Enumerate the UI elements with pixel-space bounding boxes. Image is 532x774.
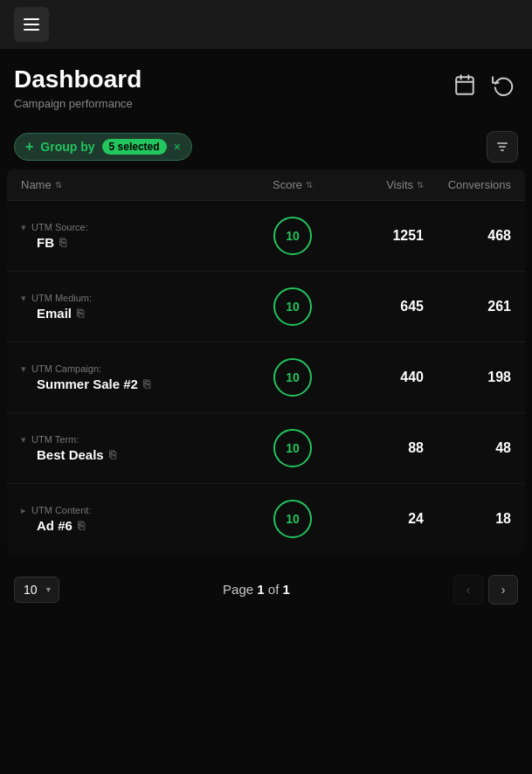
table-row: ▾ UTM Term: Best Deals ⎘ 10 88 48 bbox=[7, 413, 525, 484]
visits-cell: 88 bbox=[336, 440, 424, 456]
header-actions bbox=[450, 70, 518, 100]
column-header-score[interactable]: Score ⇅ bbox=[249, 178, 336, 191]
score-cell: 10 bbox=[249, 217, 336, 255]
menu-button[interactable] bbox=[14, 7, 49, 42]
utm-value-label: Ad #6 ⎘ bbox=[37, 518, 249, 533]
table-row: ▾ UTM Source: FB ⎘ 10 1251 468 bbox=[7, 201, 525, 272]
group-by-close[interactable]: × bbox=[174, 140, 181, 154]
copy-icon[interactable]: ⎘ bbox=[77, 307, 84, 320]
score-cell: 10 bbox=[249, 358, 336, 397]
row-name-inner: ▾ UTM Source: bbox=[21, 222, 249, 233]
utm-type-label: UTM Content: bbox=[31, 505, 91, 515]
row-name-cell: ▾ UTM Medium: Email ⎘ bbox=[21, 293, 249, 321]
calendar-icon bbox=[453, 73, 476, 96]
table-row: ▾ UTM Campaign: Summer Sale #2 ⎘ 10 440 … bbox=[7, 342, 525, 413]
utm-value-label: Summer Sale #2 ⎘ bbox=[37, 377, 249, 391]
table-row: ▸ UTM Content: Ad #6 ⎘ 10 24 18 bbox=[7, 484, 525, 554]
visits-cell: 440 bbox=[336, 370, 424, 385]
svg-rect-0 bbox=[456, 77, 473, 94]
copy-icon[interactable]: ⎘ bbox=[59, 236, 66, 249]
score-circle: 10 bbox=[273, 358, 312, 397]
score-circle: 10 bbox=[273, 429, 312, 467]
score-circle: 10 bbox=[273, 217, 312, 255]
filter-button[interactable] bbox=[487, 131, 518, 162]
conversions-cell: 261 bbox=[424, 299, 511, 314]
utm-type-label: UTM Campaign: bbox=[31, 363, 101, 374]
calendar-button[interactable] bbox=[450, 70, 480, 100]
per-page-select[interactable]: 10 25 50 bbox=[14, 577, 59, 603]
row-name-inner: ▾ UTM Medium: bbox=[21, 293, 249, 304]
pagination-bar: 10 25 50 Page 1 of 1 ‹ › bbox=[0, 561, 532, 619]
utm-value-label: FB ⎘ bbox=[37, 235, 249, 250]
column-header-visits[interactable]: Visits ⇅ bbox=[336, 178, 424, 191]
top-bar bbox=[0, 0, 532, 49]
visits-cell: 1251 bbox=[336, 228, 424, 244]
page-title: Dashboard bbox=[14, 66, 142, 93]
header-title-block: Dashboard Campaign performance bbox=[14, 66, 142, 110]
row-expand-chevron[interactable]: ▾ bbox=[21, 363, 26, 375]
score-circle: 10 bbox=[273, 500, 312, 538]
row-name-inner: ▾ UTM Term: bbox=[21, 434, 249, 446]
utm-value-label: Email ⎘ bbox=[37, 306, 249, 321]
visits-cell: 24 bbox=[336, 511, 424, 527]
row-name-cell: ▸ UTM Content: Ad #6 ⎘ bbox=[21, 505, 249, 533]
utm-type-label: UTM Medium: bbox=[31, 293, 92, 303]
group-by-selected-count: 5 selected bbox=[102, 139, 167, 155]
visits-cell: 645 bbox=[336, 299, 424, 314]
row-expand-chevron[interactable]: ▾ bbox=[21, 293, 26, 304]
page-subtitle: Campaign performance bbox=[14, 97, 142, 110]
refresh-icon bbox=[492, 73, 515, 96]
score-circle: 10 bbox=[273, 287, 312, 326]
menu-icon-line bbox=[24, 29, 39, 31]
row-name-inner: ▸ UTM Content: bbox=[21, 505, 249, 516]
sort-icon-score: ⇅ bbox=[306, 180, 313, 190]
row-name-cell: ▾ UTM Term: Best Deals ⎘ bbox=[21, 434, 249, 462]
conversions-cell: 198 bbox=[424, 370, 511, 385]
utm-type-label: UTM Source: bbox=[31, 222, 88, 232]
header: Dashboard Campaign performance bbox=[0, 49, 532, 124]
table-row: ▾ UTM Medium: Email ⎘ 10 645 261 bbox=[7, 272, 525, 342]
copy-icon[interactable]: ⎘ bbox=[109, 448, 116, 461]
conversions-cell: 18 bbox=[424, 511, 511, 527]
copy-icon[interactable]: ⎘ bbox=[78, 519, 85, 532]
row-expand-chevron[interactable]: ▾ bbox=[21, 222, 26, 233]
utm-type-label: UTM Term: bbox=[31, 434, 79, 445]
utm-value-label: Best Deals ⎘ bbox=[37, 447, 249, 462]
current-page: 1 bbox=[257, 582, 264, 597]
row-name-cell: ▾ UTM Source: FB ⎘ bbox=[21, 222, 249, 250]
menu-icon-line bbox=[24, 18, 39, 20]
score-cell: 10 bbox=[249, 429, 336, 467]
menu-icon-line bbox=[24, 24, 39, 25]
column-header-conversions: Conversions bbox=[424, 178, 511, 191]
add-group-icon: + bbox=[25, 139, 33, 155]
row-name-cell: ▾ UTM Campaign: Summer Sale #2 ⎘ bbox=[21, 363, 249, 391]
score-cell: 10 bbox=[249, 500, 336, 538]
filter-icon bbox=[495, 140, 509, 154]
group-by-bar: + Group by 5 selected × bbox=[0, 124, 532, 169]
row-expand-chevron[interactable]: ▾ bbox=[21, 434, 26, 446]
conversions-cell: 468 bbox=[424, 228, 511, 244]
table-header: Name ⇅ Score ⇅ Visits ⇅ Conversions bbox=[7, 169, 525, 201]
row-name-inner: ▾ UTM Campaign: bbox=[21, 363, 249, 375]
prev-page-button[interactable]: ‹ bbox=[453, 575, 483, 605]
prev-icon: ‹ bbox=[466, 583, 471, 597]
total-pages: 1 bbox=[283, 582, 290, 597]
page-info: Page 1 of 1 bbox=[223, 582, 290, 597]
page-navigation: ‹ › bbox=[453, 575, 518, 605]
group-by-label: Group by bbox=[40, 140, 94, 154]
column-header-name[interactable]: Name ⇅ bbox=[21, 178, 249, 191]
conversions-cell: 48 bbox=[424, 440, 511, 456]
sort-icon-visits: ⇅ bbox=[417, 180, 424, 190]
copy-icon[interactable]: ⎘ bbox=[143, 377, 150, 390]
refresh-button[interactable] bbox=[488, 70, 518, 100]
next-icon: › bbox=[501, 583, 506, 597]
next-page-button[interactable]: › bbox=[488, 575, 518, 605]
table-body: ▾ UTM Source: FB ⎘ 10 1251 468 ▾ UTM Med… bbox=[7, 201, 525, 554]
score-cell: 10 bbox=[249, 287, 336, 326]
data-table: Name ⇅ Score ⇅ Visits ⇅ Conversions ▾ UT… bbox=[7, 169, 525, 554]
per-page-wrapper: 10 25 50 bbox=[14, 577, 59, 603]
sort-icon-name: ⇅ bbox=[55, 180, 62, 190]
row-expand-chevron[interactable]: ▸ bbox=[21, 505, 26, 516]
group-by-pill[interactable]: + Group by 5 selected × bbox=[14, 133, 192, 161]
